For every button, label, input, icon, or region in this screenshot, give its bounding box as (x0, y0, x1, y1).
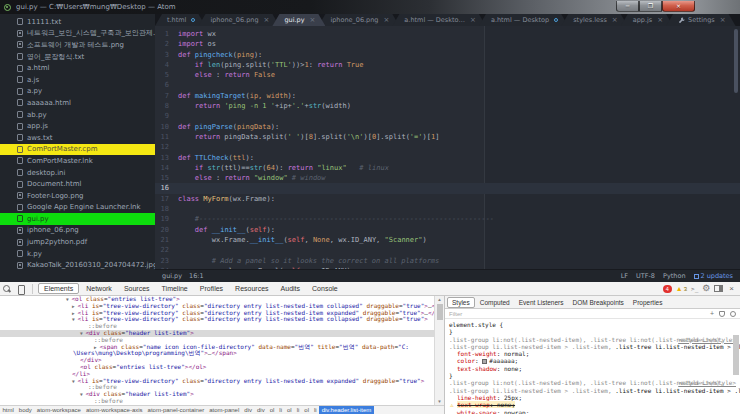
tab[interactable]: styles.less× (561, 14, 628, 26)
tab-close-button[interactable]: × (612, 17, 618, 24)
tree-item[interactable]: ComPortMaster.lnk (0, 155, 155, 167)
code-line[interactable]: 17class MyForm(wx.Frame): (155, 194, 740, 204)
devtools-tab-resources[interactable]: Resources (230, 284, 273, 293)
code-line[interactable]: 8 return 'ping -n 1 '+ip+'.'+str(width) (155, 101, 740, 111)
dom-tree-scrollbar[interactable]: ▲ ▼ (434, 296, 444, 405)
tab-close-button[interactable]: × (264, 17, 270, 24)
breadcrumb-item[interactable]: ol (302, 407, 312, 413)
dom-line[interactable]: ::before (0, 398, 434, 405)
tab-close-button[interactable]: × (383, 17, 389, 24)
error-count-badge[interactable]: 4 (663, 285, 672, 293)
minimize-button[interactable]: ─ (616, 1, 639, 12)
code-line[interactable]: 2import os (155, 39, 740, 49)
tree-item[interactable]: 소프트웨어 개발과 테스트.png (0, 39, 155, 51)
devtools-tab-network[interactable]: Network (81, 284, 117, 293)
code-line[interactable]: 18 (155, 204, 740, 214)
device-mode-icon[interactable] (16, 284, 26, 294)
css-property[interactable]: white-space: nowrap; (449, 409, 736, 414)
status-line-ending[interactable]: LF (621, 272, 628, 280)
tab[interactable]: a.html — Deskto…× (392, 14, 486, 26)
breadcrumb-item[interactable]: ol (284, 407, 294, 413)
maximize-button[interactable]: ❐ (639, 1, 662, 12)
tree-item[interactable]: 영어_문장형식.txt (0, 51, 155, 63)
code-line[interactable]: 14 if str(ttl)==str(64): return "linux" … (155, 163, 740, 173)
eye-icon[interactable] (730, 311, 736, 317)
css-property[interactable]: color: #aaaaaa; (449, 357, 736, 364)
dom-line[interactable]: ▼ <li is="tree-view-directory" class="di… (0, 378, 434, 385)
css-property[interactable]: ⚠ text-wrap: none; (449, 401, 736, 408)
filter-input[interactable] (449, 311, 649, 317)
css-property[interactable]: font-weight: normal; (449, 350, 736, 357)
code-line[interactable]: 6 (155, 80, 740, 90)
devtools-tab-elements[interactable]: Elements (38, 283, 79, 294)
tree-item[interactable]: aws.txt (0, 132, 155, 144)
tree-item[interactable]: gui.py (0, 213, 155, 225)
tree-item[interactable]: k.py (0, 248, 155, 260)
scroll-up-arrow[interactable]: ▲ (435, 297, 444, 302)
tab[interactable]: iphone_06.png× (198, 14, 279, 26)
breadcrumb-item[interactable]: li (277, 407, 285, 413)
breadcrumb-item[interactable]: body (16, 407, 34, 413)
sidebar-tab-computed[interactable]: Computed (476, 298, 514, 307)
tree-item[interactable]: app.js (0, 120, 155, 132)
code-line[interactable]: 20 def __init__(self): (155, 225, 740, 235)
devtools-tab-sources[interactable]: Sources (119, 284, 155, 293)
scroll-down-arrow[interactable]: ▼ (435, 399, 444, 404)
dom-line[interactable]: \Users\mung\Desktop\programming\번역">…</s… (0, 350, 434, 357)
tab[interactable]: a.html — Desktop (479, 14, 568, 26)
breadcrumb-item[interactable]: atom-workspace-axis (83, 407, 145, 413)
gear-icon[interactable]: ⚙ (702, 284, 710, 293)
devtools-close-button[interactable]: × (727, 284, 736, 293)
tab-close-button[interactable]: × (657, 17, 663, 24)
code-line[interactable]: 12 (155, 142, 740, 152)
tree-item[interactable]: KakaoTalk_20160310_204704472.jpg (0, 259, 155, 271)
code-line[interactable]: 9 (155, 111, 740, 121)
tab[interactable]: iphone_06.png× (318, 14, 399, 26)
warning-count-badge[interactable]: ▲3 (676, 285, 687, 292)
scrollbar-thumb[interactable] (437, 304, 443, 320)
dom-line[interactable]: ::before (0, 323, 434, 330)
code-editor[interactable]: 1import wx2import os3def pingcheck(ping)… (155, 26, 740, 269)
dom-line[interactable]: </div> (0, 357, 434, 364)
tab[interactable]: app.js× (621, 14, 673, 26)
code-line[interactable]: 10def pingParse(pingData): (155, 122, 740, 132)
tree-item[interactable]: Document.html (0, 178, 155, 190)
status-encoding[interactable]: UTF-8 (636, 272, 655, 280)
dom-tree[interactable]: ▼ <ol class="entries list-tree">▶ <li is… (0, 296, 434, 405)
devtools-tab-profiles[interactable]: Profiles (195, 284, 228, 293)
breadcrumb-item[interactable]: atom-panel-container (145, 407, 207, 413)
breadcrumb-item[interactable]: atom-panel (207, 407, 242, 413)
pin-icon[interactable] (719, 311, 725, 317)
tab-close-button[interactable]: × (470, 17, 476, 24)
tab-close-button[interactable]: × (310, 17, 316, 24)
css-property[interactable]: line-height: 25px; (449, 394, 736, 401)
code-line[interactable]: 11 return pingData.split(' ')[8].split('… (155, 132, 740, 142)
dom-line[interactable]: ▼ <div class="header list-item"> (0, 391, 434, 398)
styles-content[interactable]: element.style {}<style>…</style>.list-gr… (445, 319, 740, 414)
dom-line[interactable]: ▼ <div class="header list-item"> (0, 330, 434, 337)
status-updates[interactable]: 2 updates (694, 272, 734, 280)
breadcrumb-item[interactable]: li (312, 407, 320, 413)
code-line[interactable]: 5 else : return False (155, 70, 740, 80)
tree-item[interactable]: Google App Engine Launcher.lnk (0, 202, 155, 214)
breadcrumb-item[interactable]: ol (267, 407, 277, 413)
code-line[interactable]: 19 #------------------------------------… (155, 214, 740, 224)
tree-item[interactable]: ComPortMaster.cpm (0, 144, 155, 156)
sidebar-tab-properties[interactable]: Properties (629, 298, 667, 307)
code-line[interactable]: 22 (155, 245, 740, 255)
editor-scrollbar[interactable] (734, 29, 738, 93)
status-cursor-position[interactable]: 16:1 (189, 272, 204, 280)
code-line[interactable]: 4 if len(ping.split('TTL'))>1: return Tr… (155, 60, 740, 70)
close-button[interactable]: × (662, 1, 695, 12)
tree-item[interactable]: ab.py (0, 109, 155, 121)
tree-item[interactable]: a.js (0, 74, 155, 86)
tab[interactable]: t.html (155, 14, 205, 26)
tree-item[interactable]: iphone_06.png (0, 225, 155, 237)
tab[interactable]: Settings× (666, 14, 736, 26)
console-toggle-icon[interactable]: >_ (691, 285, 698, 292)
dom-line[interactable]: ▼ <li is="tree-view-directory" class="di… (0, 316, 434, 323)
style-source-link[interactable]: <style>…</style> (678, 336, 736, 343)
dom-line[interactable]: <ol class="entries list-tree"></ol> (0, 364, 434, 371)
breadcrumb-item[interactable]: div (242, 407, 255, 413)
breadcrumb-item[interactable]: div (254, 407, 267, 413)
